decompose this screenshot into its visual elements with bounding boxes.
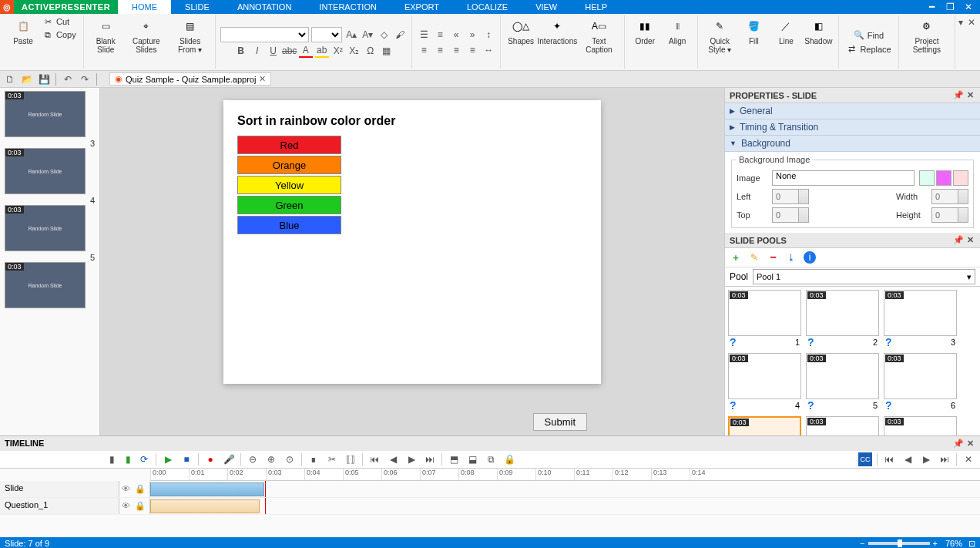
sort-item[interactable]: Red [237,136,341,154]
slide-preview[interactable]: Sort in rainbow color order RedOrangeYel… [223,100,601,384]
underline-icon[interactable]: U [267,44,280,58]
pin-icon[interactable]: 📌 [951,439,965,448]
text-caption-button[interactable]: A▭Text Caption [579,15,620,55]
play-icon[interactable]: ▶ [161,452,175,466]
width-input[interactable]: 0 [931,189,968,204]
save-icon[interactable]: 💾 [37,72,51,86]
visibility-icon[interactable]: 👁 [122,484,133,495]
prev-icon[interactable]: ◀ [386,452,400,466]
zoom-out-icon[interactable]: − [860,539,864,548]
pin-icon[interactable]: 📌 [951,235,965,244]
line-button[interactable]: ／Line [770,15,801,47]
import-icon[interactable]: ⭳ [785,251,797,264]
clear-image-icon[interactable] [953,170,968,186]
close-panel-icon[interactable]: ✕ [965,235,975,244]
redo-icon[interactable]: ↷ [78,72,92,86]
shrink-font-icon[interactable]: A▾ [361,28,374,42]
shapes-button[interactable]: ◯△Shapes [505,15,536,47]
align-left-icon[interactable]: ≡ [417,43,431,57]
insert-table-icon[interactable]: ▦ [380,44,394,58]
lock-track-icon[interactable]: 🔒 [135,501,146,512]
delete-pool-icon[interactable]: ━ [767,251,779,264]
image-value[interactable]: None [772,170,915,186]
stop-icon[interactable]: ■ [180,452,193,466]
pool-select[interactable]: Pool 1▾ [753,269,975,284]
pool-thumb[interactable]: 0:03 ?3 [884,290,957,348]
open-icon[interactable]: 📂 [20,72,34,86]
next-end-icon[interactable]: ⏭ [423,452,437,466]
sort-item[interactable]: Green [237,196,341,214]
zoom-fit-timeline-icon[interactable]: ⊕ [264,452,278,466]
quick-style-button[interactable]: ✎Quick Style ▾ [703,15,737,55]
left-input[interactable]: 0 [772,189,809,204]
pool-thumb[interactable]: 0:03 ?4 [728,353,801,412]
edit-pool-icon[interactable]: ✎ [748,251,760,264]
info-icon[interactable]: i [804,251,816,264]
numbering-icon[interactable]: ≡ [433,28,447,42]
slide-thumb[interactable]: Random Slide 0:03 [5,262,95,308]
close-tab-icon[interactable]: ✕ [259,74,266,84]
restore-icon[interactable]: ❐ [945,2,955,12]
close-ribbon-icon[interactable]: ✕ [966,15,977,29]
fill-button[interactable]: 🪣Fill [738,15,769,47]
interactions-button[interactable]: ✦Interactions [538,15,576,47]
step-next-end-icon[interactable]: ⏭ [938,452,951,466]
decrease-indent-icon[interactable]: « [449,28,463,42]
bold-icon[interactable]: B [234,44,248,58]
symbol-icon[interactable]: Ω [364,44,378,58]
timeline-clip-slide[interactable] [150,482,264,496]
zoom-fit-icon[interactable]: ⊡ [968,539,975,549]
zoom-slider[interactable] [868,542,930,545]
paste-button[interactable]: 📋 Paste [8,15,39,47]
cut-button[interactable]: ✂Cut [40,15,79,28]
split-icon[interactable]: ✂ [325,452,339,466]
record-icon[interactable]: ● [203,452,217,466]
shadow-button[interactable]: ◧Shadow [803,15,834,47]
timeline-view1-icon[interactable]: ▮ [105,452,119,466]
tab-home[interactable]: HOME [118,0,171,14]
mic-icon[interactable]: 🎤 [222,452,236,466]
close-panel-icon[interactable]: ✕ [965,439,975,448]
visibility-icon[interactable]: 👁 [122,501,133,512]
font-select[interactable] [220,27,309,42]
pool-thumb[interactable]: 0:03 ?1 [728,290,801,348]
pool-thumb[interactable]: 0:03 ?7 [728,416,801,435]
group-icon[interactable]: ⧉ [484,452,498,466]
add-pool-icon[interactable]: ＋ [730,251,742,264]
lock-track-icon[interactable]: 🔒 [135,484,146,495]
timeline-clip-question[interactable] [150,499,260,513]
clear-format-icon[interactable]: ◇ [377,28,391,42]
zoom-in-icon[interactable]: + [933,539,938,548]
order-button[interactable]: ▮▮Order [629,15,660,47]
cc-icon[interactable]: CC [858,452,872,466]
sort-item[interactable]: Orange [237,156,341,174]
sort-item[interactable]: Blue [237,216,341,234]
accordion-background[interactable]: ▼Background [725,136,980,152]
bullets-icon[interactable]: ☰ [417,28,431,42]
tab-slide[interactable]: SLIDE [171,0,223,14]
highlight-icon[interactable]: ab [315,44,329,58]
slide-thumb[interactable]: Random Slide 0:03 4 [5,148,95,194]
accordion-timing[interactable]: ▶Timing & Transition [725,119,980,136]
marker-icon[interactable]: ⬒ [447,452,461,466]
top-input[interactable]: 0 [772,207,809,223]
tab-help[interactable]: HELP [571,0,621,14]
copy-button[interactable]: ⧉Copy [40,29,79,41]
accordion-general[interactable]: ▶General [725,103,980,119]
submit-button[interactable]: Submit [533,413,587,431]
zoom-out-timeline-icon[interactable]: ⊖ [246,452,260,466]
blank-slide-button[interactable]: ▭Blank Slide [89,15,123,55]
pool-thumb[interactable]: 0:03 ?9 [884,416,957,435]
italic-icon[interactable]: I [250,44,264,58]
size-select[interactable] [311,27,342,42]
zoom-in-timeline-icon[interactable]: ⊙ [283,452,297,466]
superscript-icon[interactable]: X² [331,44,345,58]
tab-localize[interactable]: LOCALIZE [453,0,522,14]
prev-start-icon[interactable]: ⏮ [368,452,381,466]
pool-thumb[interactable]: 0:03 ?2 [806,290,879,348]
edit-image-icon[interactable] [936,170,951,186]
next-icon[interactable]: ▶ [404,452,418,466]
slide-thumb[interactable]: Random Slide 0:03 3 [5,91,95,137]
font-color-icon[interactable]: A [299,44,313,58]
tab-view[interactable]: VIEW [522,0,571,14]
